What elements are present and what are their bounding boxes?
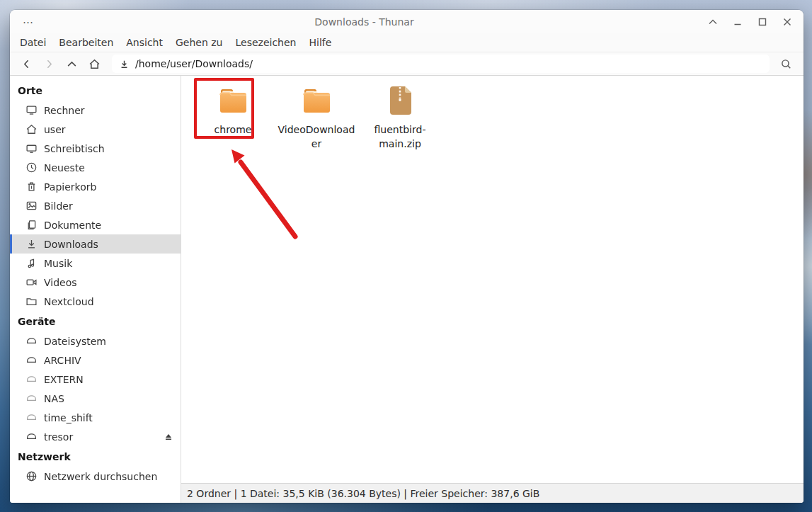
download-icon xyxy=(25,238,38,250)
clock-icon xyxy=(25,161,38,173)
toolbar: /home/user/Downloads/ xyxy=(10,52,804,76)
sidebar-item-label: Dokumente xyxy=(44,220,101,231)
chevron-up-icon xyxy=(66,58,78,70)
sidebar-item-label: Bilder xyxy=(44,200,73,212)
menu-datei[interactable]: Datei xyxy=(15,35,51,50)
file-item-videodownloader[interactable]: VideoDownloader xyxy=(276,80,357,151)
home-button[interactable] xyxy=(84,55,105,73)
sidebar-item-musik[interactable]: Musik xyxy=(10,254,181,273)
close-icon xyxy=(782,16,793,28)
sidebar-item-downloads[interactable]: Downloads xyxy=(10,234,181,254)
sidebar-item-label: NAS xyxy=(44,393,64,404)
sidebar-section-netzwerk: Netzwerk xyxy=(10,446,181,467)
sidebar-item-label: time_shift xyxy=(44,412,93,423)
sidebar-item-label: Rechner xyxy=(44,105,85,116)
path-bar[interactable]: /home/user/Downloads/ xyxy=(112,55,770,73)
image-icon xyxy=(25,200,38,212)
close-button[interactable] xyxy=(779,14,795,30)
up-button[interactable] xyxy=(61,55,82,73)
sidebar-item-papierkorb[interactable]: Papierkorb xyxy=(10,177,181,196)
folder-icon xyxy=(216,84,250,118)
titlebar[interactable]: … Downloads - Thunar xyxy=(10,10,804,33)
file-item-fluentbird-main-zip[interactable]: fluentbird-main.zip xyxy=(360,80,440,151)
minimize-button[interactable] xyxy=(730,14,745,30)
sidebar-item-schreibtisch[interactable]: Schreibtisch xyxy=(10,139,181,158)
sidebar-item-archiv[interactable]: ARCHIV xyxy=(10,351,181,370)
zip-archive-icon xyxy=(383,84,417,118)
minimize-icon xyxy=(732,16,743,28)
file-label: fluentbird-main.zip xyxy=(374,123,426,151)
sidebar-item-label: tresor xyxy=(44,431,73,443)
file-label: chrome xyxy=(215,123,252,137)
folder-icon xyxy=(25,295,38,307)
video-icon xyxy=(25,276,38,288)
shade-button[interactable] xyxy=(705,14,721,30)
file-item-chrome[interactable]: chrome xyxy=(193,80,273,137)
menubar: Datei Bearbeiten Ansicht Gehen zu Leseze… xyxy=(10,33,804,52)
drive-icon xyxy=(25,373,38,385)
sidebar-item-rechner[interactable]: Rechner xyxy=(10,101,181,120)
home-icon xyxy=(88,58,101,70)
sidebar-item-extern[interactable]: EXTERN xyxy=(10,370,181,389)
menu-bearbeiten[interactable]: Bearbeiten xyxy=(54,35,118,50)
sidebar-item-dateisystem[interactable]: Dateisystem xyxy=(10,331,181,351)
sidebar-item-label: Musik xyxy=(44,258,72,269)
menu-ansicht[interactable]: Ansicht xyxy=(121,35,168,50)
drive-icon xyxy=(25,411,38,423)
sidebar-item-label: Papierkorb xyxy=(44,181,96,193)
sidebar-item-time-shift[interactable]: time_shift xyxy=(10,408,181,427)
chevron-right-icon xyxy=(43,58,55,70)
menu-lesezeichen[interactable]: Lesezeichen xyxy=(230,35,301,50)
statusbar-text: 2 Ordner | 1 Datei: 35,5 KiB (36.304 Byt… xyxy=(187,488,539,499)
sidebar-item-videos[interactable]: Videos xyxy=(10,273,181,292)
eject-icon[interactable] xyxy=(164,432,173,442)
sidebar-item-label: Dateisystem xyxy=(44,336,106,347)
globe-icon xyxy=(25,470,38,482)
sidebar-item-neueste[interactable]: Neueste xyxy=(10,158,181,177)
sidebar-item-label: Neueste xyxy=(44,162,85,173)
file-label: VideoDownloader xyxy=(278,123,355,151)
sidebar-item-label: Netzwerk durchsuchen xyxy=(44,471,157,482)
sidebar-item-label: Videos xyxy=(44,277,77,288)
sidebar-item-label: Downloads xyxy=(44,239,98,250)
drive-icon xyxy=(25,335,38,347)
sidebar-item-label: EXTERN xyxy=(44,374,84,385)
sidebar-item-nextcloud[interactable]: Nextcloud xyxy=(10,292,181,311)
drive-icon xyxy=(25,392,38,404)
sidebar-item-netzwerk-durchsuchen[interactable]: Netzwerk durchsuchen xyxy=(10,467,181,486)
sidebar-section-geraete: Geräte xyxy=(10,311,181,331)
maximize-icon xyxy=(757,16,768,28)
path-text[interactable]: /home/user/Downloads/ xyxy=(135,58,253,69)
window-controls xyxy=(691,14,795,30)
thunar-window: … Downloads - Thunar Datei Bearbeiten An… xyxy=(10,10,804,503)
menu-hilfe[interactable]: Hilfe xyxy=(304,35,336,50)
sidebar-item-label: user xyxy=(44,124,66,135)
forward-button[interactable] xyxy=(38,55,59,73)
download-icon xyxy=(119,59,130,69)
main-column: chrome VideoDownloader fluentbird-main.z… xyxy=(181,76,804,503)
menu-gehen-zu[interactable]: Gehen zu xyxy=(171,35,228,50)
sidebar: Orte Rechner user Schreibtisch Neueste P… xyxy=(10,76,181,503)
sidebar-item-label: Schreibtisch xyxy=(44,143,105,154)
window-menu-button[interactable]: … xyxy=(20,16,38,28)
sidebar-item-bilder[interactable]: Bilder xyxy=(10,196,181,215)
sidebar-item-nas[interactable]: NAS xyxy=(10,389,181,408)
maximize-button[interactable] xyxy=(755,14,770,30)
search-button[interactable] xyxy=(775,55,796,73)
sidebar-item-tresor[interactable]: tresor xyxy=(10,427,181,446)
drive-icon xyxy=(25,354,38,366)
trash-icon xyxy=(25,181,38,193)
desktop-icon xyxy=(25,142,38,154)
files-view[interactable]: chrome VideoDownloader fluentbird-main.z… xyxy=(181,76,804,483)
documents-icon xyxy=(25,219,38,231)
window-title: Downloads - Thunar xyxy=(314,16,413,28)
sidebar-item-label: ARCHIV xyxy=(44,355,81,366)
drive-icon xyxy=(25,431,38,443)
sidebar-item-user[interactable]: user xyxy=(10,120,181,139)
folder-icon xyxy=(299,84,333,118)
back-button[interactable] xyxy=(16,55,37,73)
music-icon xyxy=(25,257,38,269)
chevron-up-icon xyxy=(707,16,719,28)
sidebar-item-dokumente[interactable]: Dokumente xyxy=(10,215,181,234)
home-icon xyxy=(25,123,38,135)
